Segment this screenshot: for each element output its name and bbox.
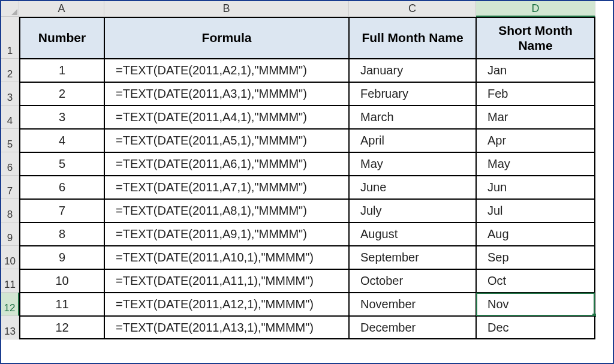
row-header-6[interactable]: 6: [1, 152, 19, 176]
column-header-a[interactable]: A: [19, 1, 104, 17]
cell-b10[interactable]: =TEXT(DATE(2011,A10,1),"MMMM"): [104, 246, 349, 269]
row-header-7[interactable]: 7: [1, 176, 19, 199]
cell-a7[interactable]: 6: [19, 176, 104, 199]
cell-b6[interactable]: =TEXT(DATE(2011,A6,1),"MMMM"): [104, 152, 349, 176]
cell-c3[interactable]: February: [349, 82, 476, 106]
column-header-d[interactable]: D: [476, 1, 595, 17]
cell-a4[interactable]: 3: [19, 106, 104, 129]
column-header-b[interactable]: B: [104, 1, 349, 17]
row-header-11[interactable]: 11: [1, 269, 19, 293]
row-header-10[interactable]: 10: [1, 246, 19, 269]
cell-d8[interactable]: Jul: [476, 199, 595, 222]
cell-c8[interactable]: July: [349, 199, 476, 222]
cell-d11[interactable]: Oct: [476, 269, 595, 293]
cell-a2[interactable]: 1: [19, 59, 104, 82]
cell-c12[interactable]: November: [349, 293, 476, 316]
cell-a13[interactable]: 12: [19, 316, 104, 339]
cell-d10[interactable]: Sep: [476, 246, 595, 269]
cell-c4[interactable]: March: [349, 106, 476, 129]
cell-d13[interactable]: Dec: [476, 316, 595, 339]
cell-d3[interactable]: Feb: [476, 82, 595, 106]
cell-b9[interactable]: =TEXT(DATE(2011,A9,1),"MMMM"): [104, 222, 349, 246]
cell-d12[interactable]: Nov: [476, 293, 595, 316]
cell-d7[interactable]: Jun: [476, 176, 595, 199]
cell-d5[interactable]: Apr: [476, 129, 595, 152]
cell-a8[interactable]: 7: [19, 199, 104, 222]
row-header-5[interactable]: 5: [1, 129, 19, 152]
cell-d2[interactable]: Jan: [476, 59, 595, 82]
row-header-13[interactable]: 13: [1, 316, 19, 339]
cell-b3[interactable]: =TEXT(DATE(2011,A3,1),"MMMM"): [104, 82, 349, 106]
cell-c2[interactable]: January: [349, 59, 476, 82]
select-all-corner[interactable]: [1, 1, 19, 17]
table-header-c[interactable]: Full Month Name: [349, 17, 476, 59]
cell-a6[interactable]: 5: [19, 152, 104, 176]
cell-a3[interactable]: 2: [19, 82, 104, 106]
cell-a10[interactable]: 9: [19, 246, 104, 269]
table-header-a[interactable]: Number: [19, 17, 104, 59]
cell-d4[interactable]: Mar: [476, 106, 595, 129]
cell-b5[interactable]: =TEXT(DATE(2011,A5,1),"MMMM"): [104, 129, 349, 152]
cell-b12[interactable]: =TEXT(DATE(2011,A12,1),"MMMM"): [104, 293, 349, 316]
row-header-2[interactable]: 2: [1, 59, 19, 82]
cell-c13[interactable]: December: [349, 316, 476, 339]
cell-d6[interactable]: May: [476, 152, 595, 176]
row-header-9[interactable]: 9: [1, 222, 19, 246]
row-header-3[interactable]: 3: [1, 82, 19, 106]
cell-b13[interactable]: =TEXT(DATE(2011,A13,1),"MMMM"): [104, 316, 349, 339]
table-header-b[interactable]: Formula: [104, 17, 349, 59]
row-header-8[interactable]: 8: [1, 199, 19, 222]
cell-b7[interactable]: =TEXT(DATE(2011,A7,1),"MMMM"): [104, 176, 349, 199]
cell-a9[interactable]: 8: [19, 222, 104, 246]
cell-c9[interactable]: August: [349, 222, 476, 246]
cell-b11[interactable]: =TEXT(DATE(2011,A11,1),"MMMM"): [104, 269, 349, 293]
cell-c7[interactable]: June: [349, 176, 476, 199]
cell-c11[interactable]: October: [349, 269, 476, 293]
cell-d9[interactable]: Aug: [476, 222, 595, 246]
column-header-c[interactable]: C: [349, 1, 476, 17]
cell-c6[interactable]: May: [349, 152, 476, 176]
cell-a11[interactable]: 10: [19, 269, 104, 293]
cell-a12[interactable]: 11: [19, 293, 104, 316]
cell-c5[interactable]: April: [349, 129, 476, 152]
table-header-d[interactable]: Short Month Name: [476, 17, 595, 59]
row-header-4[interactable]: 4: [1, 106, 19, 129]
cell-b2[interactable]: =TEXT(DATE(2011,A2,1),"MMMM"): [104, 59, 349, 82]
row-header-12[interactable]: 12: [1, 293, 19, 316]
cell-b4[interactable]: =TEXT(DATE(2011,A4,1),"MMMM"): [104, 106, 349, 129]
cell-b8[interactable]: =TEXT(DATE(2011,A8,1),"MMMM"): [104, 199, 349, 222]
row-header-1[interactable]: 1: [1, 17, 19, 59]
cell-c10[interactable]: September: [349, 246, 476, 269]
cell-a5[interactable]: 4: [19, 129, 104, 152]
